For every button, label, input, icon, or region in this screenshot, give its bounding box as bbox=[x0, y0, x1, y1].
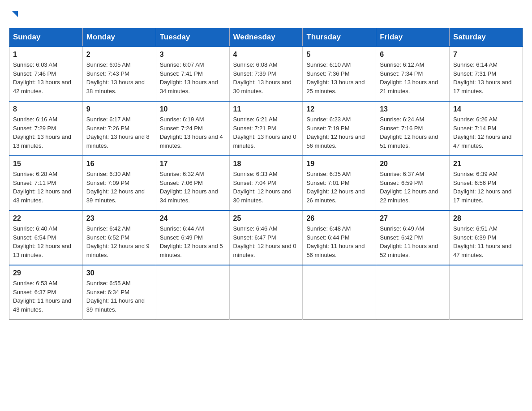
col-tuesday: Tuesday bbox=[156, 28, 229, 47]
day-number: 2 bbox=[86, 51, 152, 59]
table-row: 13Sunrise: 6:24 AMSunset: 7:16 PMDayligh… bbox=[376, 101, 450, 156]
table-row: 3Sunrise: 6:07 AMSunset: 7:41 PMDaylight… bbox=[156, 47, 229, 101]
day-info: Sunrise: 6:12 AMSunset: 7:34 PMDaylight:… bbox=[380, 60, 446, 95]
day-number: 18 bbox=[233, 160, 299, 168]
day-info: Sunrise: 6:32 AMSunset: 7:06 PMDaylight:… bbox=[160, 170, 226, 205]
day-info: Sunrise: 6:19 AMSunset: 7:24 PMDaylight:… bbox=[160, 115, 226, 150]
day-info: Sunrise: 6:51 AMSunset: 6:39 PMDaylight:… bbox=[453, 224, 519, 259]
day-info: Sunrise: 6:55 AMSunset: 6:34 PMDaylight:… bbox=[86, 279, 152, 314]
table-row: 8Sunrise: 6:16 AMSunset: 7:29 PMDaylight… bbox=[9, 101, 83, 156]
day-info: Sunrise: 6:37 AMSunset: 6:59 PMDaylight:… bbox=[380, 170, 446, 205]
table-row bbox=[229, 265, 303, 320]
col-thursday: Thursday bbox=[303, 28, 376, 47]
table-row: 29Sunrise: 6:53 AMSunset: 6:37 PMDayligh… bbox=[9, 265, 83, 320]
day-number: 19 bbox=[306, 160, 372, 168]
day-info: Sunrise: 6:35 AMSunset: 7:01 PMDaylight:… bbox=[306, 170, 372, 205]
day-info: Sunrise: 6:23 AMSunset: 7:19 PMDaylight:… bbox=[306, 115, 372, 150]
table-row: 12Sunrise: 6:23 AMSunset: 7:19 PMDayligh… bbox=[303, 101, 376, 156]
table-row: 26Sunrise: 6:48 AMSunset: 6:44 PMDayligh… bbox=[303, 210, 376, 265]
table-row: 21Sunrise: 6:39 AMSunset: 6:56 PMDayligh… bbox=[450, 156, 523, 210]
table-row: 2Sunrise: 6:05 AMSunset: 7:43 PMDaylight… bbox=[82, 47, 156, 101]
table-row bbox=[450, 265, 523, 320]
table-row: 24Sunrise: 6:44 AMSunset: 6:49 PMDayligh… bbox=[156, 210, 229, 265]
day-number: 21 bbox=[453, 160, 519, 168]
day-info: Sunrise: 6:39 AMSunset: 6:56 PMDaylight:… bbox=[453, 170, 519, 205]
table-row: 17Sunrise: 6:32 AMSunset: 7:06 PMDayligh… bbox=[156, 156, 229, 210]
day-info: Sunrise: 6:07 AMSunset: 7:41 PMDaylight:… bbox=[160, 60, 226, 95]
day-number: 6 bbox=[380, 51, 446, 59]
day-number: 24 bbox=[160, 214, 226, 223]
table-row: 20Sunrise: 6:37 AMSunset: 6:59 PMDayligh… bbox=[376, 156, 450, 210]
day-number: 25 bbox=[233, 214, 299, 223]
day-info: Sunrise: 6:49 AMSunset: 6:42 PMDaylight:… bbox=[380, 224, 446, 259]
day-number: 20 bbox=[380, 160, 446, 168]
day-info: Sunrise: 6:17 AMSunset: 7:26 PMDaylight:… bbox=[86, 115, 152, 150]
col-saturday: Saturday bbox=[450, 28, 523, 47]
table-row bbox=[376, 265, 450, 320]
calendar-week-row: 15Sunrise: 6:28 AMSunset: 7:11 PMDayligh… bbox=[9, 156, 523, 210]
day-info: Sunrise: 6:46 AMSunset: 6:47 PMDaylight:… bbox=[233, 224, 299, 259]
day-info: Sunrise: 6:10 AMSunset: 7:36 PMDaylight:… bbox=[306, 60, 372, 95]
table-row: 27Sunrise: 6:49 AMSunset: 6:42 PMDayligh… bbox=[376, 210, 450, 265]
day-number: 9 bbox=[86, 105, 152, 113]
table-row: 5Sunrise: 6:10 AMSunset: 7:36 PMDaylight… bbox=[303, 47, 376, 101]
table-row: 19Sunrise: 6:35 AMSunset: 7:01 PMDayligh… bbox=[303, 156, 376, 210]
col-monday: Monday bbox=[82, 28, 156, 47]
day-number: 28 bbox=[453, 214, 519, 223]
day-number: 13 bbox=[380, 105, 446, 113]
table-row: 22Sunrise: 6:40 AMSunset: 6:54 PMDayligh… bbox=[9, 210, 83, 265]
day-info: Sunrise: 6:48 AMSunset: 6:44 PMDaylight:… bbox=[306, 224, 372, 259]
day-info: Sunrise: 6:14 AMSunset: 7:31 PMDaylight:… bbox=[453, 60, 519, 95]
table-row: 28Sunrise: 6:51 AMSunset: 6:39 PMDayligh… bbox=[450, 210, 523, 265]
day-number: 8 bbox=[13, 105, 79, 113]
calendar-week-row: 1Sunrise: 6:03 AMSunset: 7:46 PMDaylight… bbox=[9, 47, 523, 101]
day-number: 14 bbox=[453, 105, 519, 113]
day-info: Sunrise: 6:42 AMSunset: 6:52 PMDaylight:… bbox=[86, 224, 152, 259]
table-row: 30Sunrise: 6:55 AMSunset: 6:34 PMDayligh… bbox=[82, 265, 156, 320]
day-number: 17 bbox=[160, 160, 226, 168]
day-info: Sunrise: 6:16 AMSunset: 7:29 PMDaylight:… bbox=[13, 115, 79, 150]
calendar-table: Sunday Monday Tuesday Wednesday Thursday… bbox=[9, 28, 523, 320]
day-info: Sunrise: 6:53 AMSunset: 6:37 PMDaylight:… bbox=[13, 279, 79, 314]
day-number: 12 bbox=[306, 105, 372, 113]
table-row: 16Sunrise: 6:30 AMSunset: 7:09 PMDayligh… bbox=[82, 156, 156, 210]
table-row: 23Sunrise: 6:42 AMSunset: 6:52 PMDayligh… bbox=[82, 210, 156, 265]
day-info: Sunrise: 6:33 AMSunset: 7:04 PMDaylight:… bbox=[233, 170, 299, 205]
day-info: Sunrise: 6:28 AMSunset: 7:11 PMDaylight:… bbox=[13, 170, 79, 205]
col-sunday: Sunday bbox=[9, 28, 83, 47]
table-row: 25Sunrise: 6:46 AMSunset: 6:47 PMDayligh… bbox=[229, 210, 303, 265]
table-row bbox=[303, 265, 376, 320]
table-row: 14Sunrise: 6:26 AMSunset: 7:14 PMDayligh… bbox=[450, 101, 523, 156]
svg-marker-0 bbox=[12, 11, 18, 17]
table-row: 4Sunrise: 6:08 AMSunset: 7:39 PMDaylight… bbox=[229, 47, 303, 101]
day-info: Sunrise: 6:05 AMSunset: 7:43 PMDaylight:… bbox=[86, 60, 152, 95]
calendar-week-row: 22Sunrise: 6:40 AMSunset: 6:54 PMDayligh… bbox=[9, 210, 523, 265]
calendar-week-row: 8Sunrise: 6:16 AMSunset: 7:29 PMDaylight… bbox=[9, 101, 523, 156]
day-number: 29 bbox=[13, 269, 79, 277]
day-info: Sunrise: 6:30 AMSunset: 7:09 PMDaylight:… bbox=[86, 170, 152, 205]
table-row: 7Sunrise: 6:14 AMSunset: 7:31 PMDaylight… bbox=[450, 47, 523, 101]
logo-arrow-icon bbox=[10, 9, 20, 21]
day-number: 1 bbox=[13, 51, 79, 59]
table-row: 10Sunrise: 6:19 AMSunset: 7:24 PMDayligh… bbox=[156, 101, 229, 156]
day-info: Sunrise: 6:26 AMSunset: 7:14 PMDaylight:… bbox=[453, 115, 519, 150]
table-row: 9Sunrise: 6:17 AMSunset: 7:26 PMDaylight… bbox=[82, 101, 156, 156]
day-number: 7 bbox=[453, 51, 519, 59]
col-friday: Friday bbox=[376, 28, 450, 47]
table-row: 11Sunrise: 6:21 AMSunset: 7:21 PMDayligh… bbox=[229, 101, 303, 156]
day-number: 15 bbox=[13, 160, 79, 168]
day-number: 11 bbox=[233, 105, 299, 113]
day-info: Sunrise: 6:03 AMSunset: 7:46 PMDaylight:… bbox=[13, 60, 79, 95]
calendar-week-row: 29Sunrise: 6:53 AMSunset: 6:37 PMDayligh… bbox=[9, 265, 523, 320]
day-number: 16 bbox=[86, 160, 152, 168]
day-number: 23 bbox=[86, 214, 152, 223]
table-row: 18Sunrise: 6:33 AMSunset: 7:04 PMDayligh… bbox=[229, 156, 303, 210]
day-number: 4 bbox=[233, 51, 299, 59]
day-info: Sunrise: 6:21 AMSunset: 7:21 PMDaylight:… bbox=[233, 115, 299, 150]
table-row: 6Sunrise: 6:12 AMSunset: 7:34 PMDaylight… bbox=[376, 47, 450, 101]
page-header bbox=[9, 9, 523, 19]
day-number: 22 bbox=[13, 214, 79, 223]
day-number: 3 bbox=[160, 51, 226, 59]
day-info: Sunrise: 6:44 AMSunset: 6:49 PMDaylight:… bbox=[160, 224, 226, 259]
table-row: 15Sunrise: 6:28 AMSunset: 7:11 PMDayligh… bbox=[9, 156, 83, 210]
